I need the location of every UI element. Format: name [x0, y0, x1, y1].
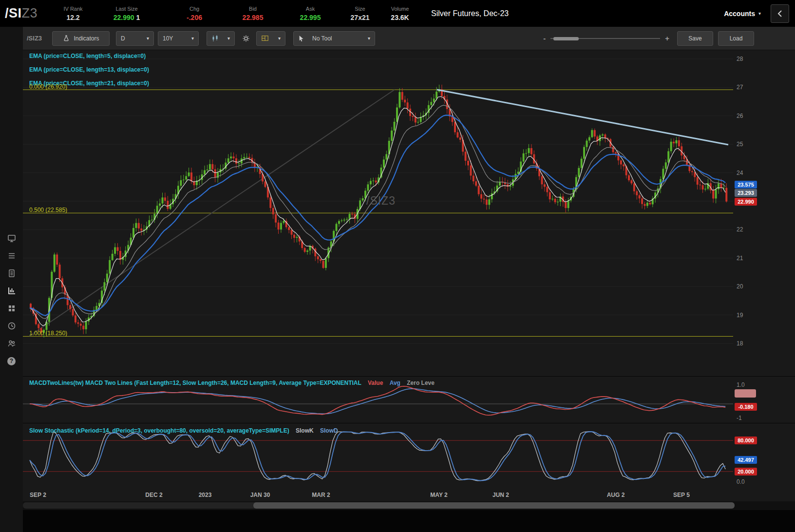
chevron-down-icon: ▾	[368, 36, 370, 41]
settings-gear-button[interactable]	[240, 32, 252, 45]
zoom-slider[interactable]	[550, 35, 660, 42]
symbol-logo: /SIZ3	[5, 6, 38, 21]
downtrend-line[interactable]	[437, 90, 728, 145]
help-icon[interactable]: ?	[7, 357, 17, 365]
gear-icon	[242, 34, 250, 43]
save-button[interactable]: Save	[677, 31, 713, 46]
price-axis-tick: 22	[737, 226, 743, 233]
chart-type-dropdown[interactable]: ▾	[207, 31, 235, 46]
stoch-axis-zero: 0.0	[737, 478, 745, 485]
app-root: /SIZ3 IV Rank12.2Last Size22.990 1Chg-.2…	[0, 0, 795, 532]
chevron-down-icon: ▾	[147, 36, 149, 41]
macd-pane[interactable]: MACDTwoLines(tw) MACD Two Lines (Fast Le…	[23, 376, 795, 423]
macd-axis-bottom: -1	[737, 415, 742, 421]
stochastic-pane[interactable]: Slow Stochastic (kPeriod=14, dPeriod=3, …	[23, 423, 795, 489]
price-pane[interactable]: 2827262524232221201918 EMA (price=CLOSE,…	[23, 50, 795, 376]
chart-toolbar: /SIZ3 Indicators D ▾ 10Y ▾ ▾	[23, 27, 795, 50]
sidebar-icon-rail: ?	[0, 234, 23, 365]
stoch-value-bubble: 42.497	[735, 456, 757, 464]
quote-fields: IV Rank12.2Last Size22.990 1Chg-.206Bid2…	[58, 6, 418, 21]
fib-level-label[interactable]: 1.000 (18.250)	[29, 330, 67, 337]
chart-area: /SIZ3 Indicators D ▾ 10Y ▾ ▾	[23, 27, 795, 532]
scrollbar-track[interactable]	[23, 502, 735, 509]
header-field-chg: Chg-.206	[165, 6, 224, 21]
x-axis-label: MAY 2	[430, 492, 447, 498]
x-axis-label: JUN 2	[492, 492, 509, 498]
x-axis-label: 2023	[199, 492, 212, 498]
grid-apps-icon[interactable]	[7, 304, 17, 313]
flask-icon	[62, 35, 70, 42]
study-label-macd[interactable]: MACDTwoLines(tw) MACD Two Lines (Fast Le…	[29, 380, 435, 386]
macd-axis-top: 1.0	[737, 381, 745, 388]
zoom-slider-thumb[interactable]	[553, 37, 579, 40]
fib-level-label[interactable]: 0.500 (22.585)	[29, 207, 67, 213]
indicators-label: Indicators	[74, 35, 99, 42]
stoch-overbought-bubble: 80.000	[735, 437, 757, 444]
watchlist-icon[interactable]	[7, 251, 17, 260]
study-label-ema5[interactable]: EMA (price=CLOSE, length=5, displace=0)	[29, 53, 146, 59]
symbol-main: /SI	[5, 6, 22, 20]
ema-value-bubble: 23.293	[735, 189, 757, 197]
macd-legend-avg: Avg	[390, 380, 400, 386]
price-axis-tick: 25	[737, 141, 743, 148]
layout-grid-icon	[261, 35, 269, 42]
instrument-description: Silver Futures, Dec-23	[431, 9, 509, 18]
range-dropdown[interactable]: 10Y ▾	[158, 31, 199, 46]
stoch-legend-slowk: SlowK	[296, 427, 314, 434]
chevron-down-icon: ▾	[191, 36, 194, 41]
macd-legend-value: Value	[368, 380, 383, 386]
header-field-bid: Bid22.985	[224, 6, 282, 21]
timeframe-dropdown[interactable]: D ▾	[116, 31, 154, 46]
ema-5-line	[30, 96, 725, 325]
time-axis: SEP 2DEC 22023JAN 30MAR 2MAY 2JUN 2AUG 2…	[23, 489, 795, 501]
collapse-panel-button[interactable]	[771, 4, 789, 23]
drawing-tool-dropdown[interactable]: No Tool ▾	[293, 31, 375, 46]
fib-level-label[interactable]: 0.000 (26.920)	[29, 83, 67, 90]
bottom-filler	[23, 510, 795, 532]
scanner-icon[interactable]	[7, 269, 17, 278]
study-label-ema13[interactable]: EMA (price=CLOSE, length=13, displace=0)	[29, 66, 149, 73]
macd-legend-main: MACDTwoLines(tw) MACD Two Lines (Fast Le…	[29, 380, 361, 386]
accounts-label: Accounts	[724, 10, 755, 18]
history-clock-icon[interactable]	[7, 322, 17, 330]
load-button[interactable]: Load	[718, 31, 754, 46]
charts-icon[interactable]	[7, 286, 17, 295]
monitor-icon[interactable]	[7, 234, 17, 243]
zoom-control: - +	[543, 34, 669, 42]
x-axis-label: SEP 5	[673, 492, 690, 498]
candlestick-icon	[211, 35, 219, 42]
ema-value-bubble: 23.575	[735, 181, 757, 189]
header-field-iv-rank: IV Rank12.2	[58, 6, 88, 21]
x-axis-label: DEC 2	[145, 492, 162, 498]
x-axis-label: MAR 2	[312, 492, 330, 498]
ema-21-line	[30, 115, 725, 315]
tool-value: No Tool	[312, 35, 332, 42]
price-axis-tick: 19	[737, 312, 743, 319]
macd-secondary-bubble	[735, 389, 756, 398]
study-label-stochastic[interactable]: Slow Stochastic (kPeriod=14, dPeriod=3, …	[29, 427, 338, 434]
price-canvas[interactable]: 2827262524232221201918	[23, 50, 795, 376]
symbol-watermark: /SIZ3	[366, 194, 396, 208]
chevron-down-icon: ▾	[227, 36, 230, 41]
community-people-icon[interactable]	[7, 339, 17, 348]
accounts-menu[interactable]: Accounts ▾	[724, 10, 761, 18]
zoom-in-button[interactable]: +	[665, 34, 669, 42]
indicators-button[interactable]: Indicators	[52, 31, 110, 46]
header-field-last-size: Last Size22.990 1	[88, 6, 165, 21]
header-field-volume: Volume23.6K	[381, 6, 418, 21]
last-price-bubble: 22.990	[735, 198, 757, 206]
price-axis-tick: 21	[737, 255, 743, 262]
timeframe-value: D	[121, 35, 125, 42]
price-axis-tick: 24	[737, 170, 743, 176]
x-axis-label: AUG 2	[607, 492, 625, 498]
x-axis-label: JAN 30	[250, 492, 270, 498]
zoom-out-button[interactable]: -	[543, 34, 546, 42]
stoch-oversold-bubble: 20.000	[735, 468, 757, 475]
chevron-down-icon: ▾	[758, 11, 761, 16]
scrollbar-thumb[interactable]	[253, 502, 735, 509]
price-axis-tick: 26	[737, 113, 743, 119]
x-axis-label: SEP 2	[30, 492, 46, 498]
layout-grid-dropdown[interactable]: ▾	[256, 31, 285, 46]
price-axis-tick: 28	[737, 56, 743, 62]
header-field-ask: Ask22.995	[282, 6, 339, 21]
